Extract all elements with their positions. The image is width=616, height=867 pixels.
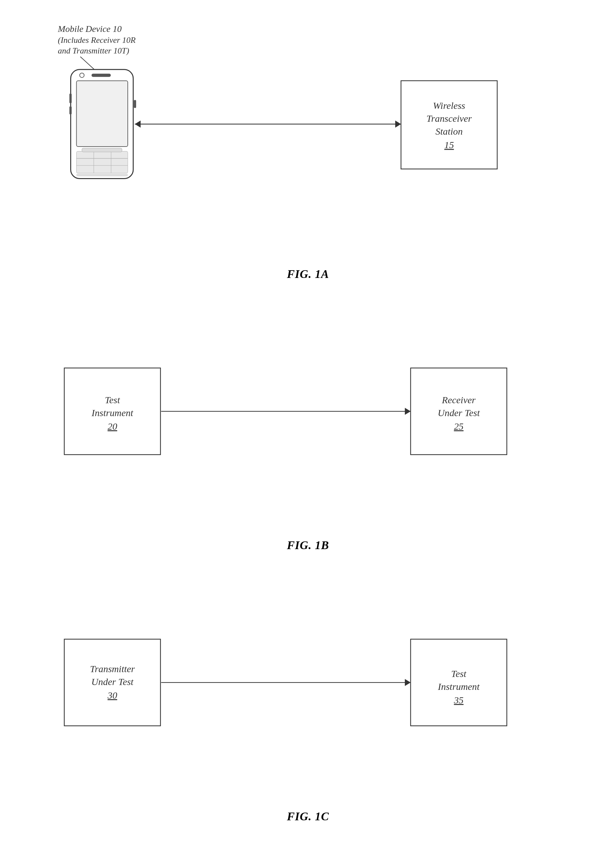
mobile-label-line3: and Transmitter 10T) bbox=[58, 46, 129, 55]
svg-rect-8 bbox=[134, 100, 136, 108]
transceiver-line3: Station bbox=[435, 126, 463, 137]
fig-1a-caption: FIG. 1A bbox=[287, 268, 329, 281]
fig1b-right-line2: Under Test bbox=[438, 407, 480, 418]
fig-1b-section: Test Instrument 20 Receiver Under Test 2… bbox=[39, 313, 577, 565]
fig-1c-diagram: Transmitter Under Test 30 Test Instrumen… bbox=[39, 584, 577, 803]
fig1c-left-number: 30 bbox=[107, 690, 117, 700]
fig-1c-caption: FIG. 1C bbox=[287, 810, 329, 823]
svg-marker-19 bbox=[395, 120, 401, 128]
fig1b-right-number: 25 bbox=[454, 421, 464, 432]
transceiver-number: 15 bbox=[444, 139, 454, 150]
svg-rect-4 bbox=[91, 74, 111, 77]
transceiver-line1: Wireless bbox=[433, 100, 465, 111]
fig-1c-section: Transmitter Under Test 30 Test Instrumen… bbox=[39, 584, 577, 836]
svg-rect-15 bbox=[82, 148, 122, 152]
svg-rect-9 bbox=[77, 151, 128, 173]
fig-1b-caption-area: FIG. 1B bbox=[39, 532, 577, 565]
svg-rect-6 bbox=[69, 94, 72, 103]
page: Mobile Device 10 (Includes Receiver 10R … bbox=[0, 0, 616, 867]
fig-1b-caption: FIG. 1B bbox=[287, 539, 329, 552]
fig1b-left-line1: Test bbox=[105, 394, 120, 405]
fig1c-right-line1: Test bbox=[451, 668, 467, 679]
fig-1b-diagram: Test Instrument 20 Receiver Under Test 2… bbox=[39, 313, 577, 532]
mobile-label-line1: Mobile Device 10 bbox=[58, 24, 122, 34]
fig1c-left-line2: Under Test bbox=[91, 676, 134, 687]
fig-1a-caption-area: FIG. 1A bbox=[39, 261, 577, 294]
svg-marker-23 bbox=[405, 408, 411, 415]
svg-marker-27 bbox=[405, 679, 411, 686]
mobile-label-line2: (Includes Receiver 10R bbox=[58, 35, 136, 45]
fig1b-left-number: 20 bbox=[107, 421, 117, 432]
fig1c-left-line1: Transmitter bbox=[90, 664, 135, 674]
fig-1c-caption-area: FIG. 1C bbox=[39, 803, 577, 836]
fig-1a-section: Mobile Device 10 (Includes Receiver 10R … bbox=[39, 19, 577, 294]
svg-rect-3 bbox=[77, 81, 128, 147]
svg-rect-16 bbox=[77, 174, 128, 177]
svg-rect-20 bbox=[401, 81, 497, 169]
fig1c-right-line2: Instrument bbox=[438, 681, 480, 692]
svg-marker-18 bbox=[135, 120, 141, 128]
fig-1a-diagram: Mobile Device 10 (Includes Receiver 10R … bbox=[39, 19, 577, 261]
transceiver-line2: Transceiver bbox=[426, 113, 472, 124]
svg-rect-7 bbox=[69, 106, 72, 114]
fig1b-right-line1: Receiver bbox=[442, 394, 476, 405]
fig1b-left-line2: Instrument bbox=[91, 407, 133, 418]
fig1c-right-number: 35 bbox=[454, 695, 464, 705]
